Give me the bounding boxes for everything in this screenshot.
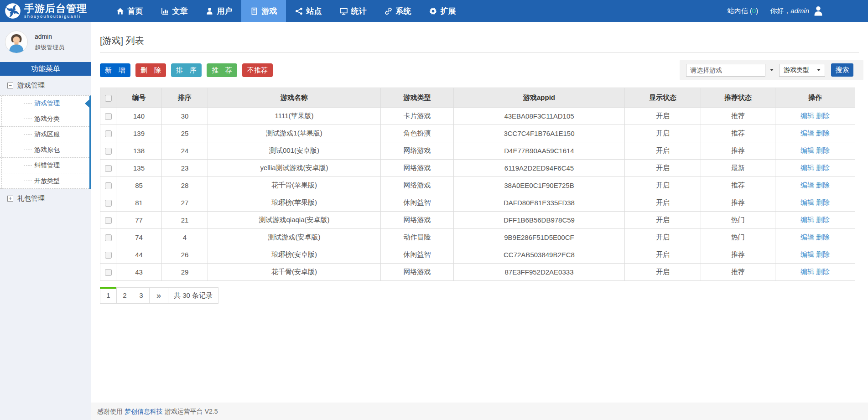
delete-link[interactable]: 删除 <box>816 146 830 154</box>
game-type-select[interactable]: 游戏类型 <box>779 64 825 77</box>
sidebar-item-游戏区服[interactable]: 游戏区服 <box>0 127 89 142</box>
delete-link[interactable]: 删除 <box>816 198 830 206</box>
title-divider <box>100 52 859 53</box>
next-page-button[interactable]: » <box>149 287 168 304</box>
nav-item-站点[interactable]: 站点 <box>286 0 331 22</box>
edit-link[interactable]: 编辑 <box>800 268 814 275</box>
sidebar-item-开放类型[interactable]: 开放类型 <box>0 173 89 189</box>
page-button-3[interactable]: 3 <box>133 287 150 304</box>
sidebar-submenu: 游戏管理游戏分类游戏区服游戏原包纠错管理开放类型 <box>0 95 91 189</box>
delete-link[interactable]: 删除 <box>816 112 830 119</box>
table-row-81: 8127琅琊榜(苹果版)休闲益智DAFD80E81E335FD38开启推荐编辑 … <box>100 194 855 212</box>
nav-item-游戏[interactable]: 游戏 <box>241 0 286 22</box>
table-row-138: 13824测试001(安卓版)网络游戏D4E77B90AA59C1614开启推荐… <box>100 142 855 160</box>
edit-link[interactable]: 编辑 <box>800 233 814 241</box>
sidebar-group-礼包管理[interactable]: +礼包管理 <box>0 189 91 208</box>
add-button[interactable]: 新 增 <box>100 63 130 77</box>
sidebar-item-游戏管理-active[interactable]: 游戏管理 <box>0 96 89 111</box>
cell-order: 27 <box>162 194 208 212</box>
table-row-43: 4329花千骨(安卓版)网络游戏87E3FF952D2AE0333开启推荐编辑 … <box>100 264 855 281</box>
search-button[interactable]: 搜索 <box>831 63 853 77</box>
edit-link[interactable]: 编辑 <box>800 216 814 223</box>
share-icon <box>295 7 303 15</box>
nav-item-系统[interactable]: 系统 <box>375 0 420 22</box>
delete-link[interactable]: 删除 <box>816 164 830 171</box>
sidebar-group-label: 游戏管理 <box>17 81 45 90</box>
nav-item-用户[interactable]: 用户 <box>197 0 241 22</box>
nav-item-统计[interactable]: 统计 <box>331 0 375 22</box>
row-checkbox[interactable] <box>105 252 112 259</box>
cell-recommend-status: 热门 <box>701 229 775 246</box>
edit-link[interactable]: 编辑 <box>800 112 814 119</box>
document-icon <box>250 7 258 15</box>
unrecommend-button[interactable]: 不推荐 <box>242 63 273 77</box>
cell-recommend-status: 推荐 <box>701 246 775 264</box>
footer-company-link[interactable]: 梦创信息科技 <box>125 408 163 415</box>
expand-icon[interactable]: + <box>7 196 13 202</box>
table-row-135: 13523yellia测试游戏(安卓版)网络游戏6119A2D2ED94F6C4… <box>100 160 855 177</box>
row-checkbox[interactable] <box>105 148 112 155</box>
edit-link[interactable]: 编辑 <box>800 164 814 171</box>
row-checkbox[interactable] <box>105 234 112 241</box>
table-row-139: 13925测试游戏1(苹果版)角色扮演3CC7C4F1B76A1E150开启推荐… <box>100 125 855 142</box>
user-greeting[interactable]: 你好，admin <box>770 7 809 16</box>
page-button-1-active[interactable]: 1 <box>100 287 117 304</box>
search-form: 请选择游戏 游戏类型 搜索 <box>680 60 863 80</box>
sidebar-item-纠错管理[interactable]: 纠错管理 <box>0 158 89 173</box>
cell-appid: DFF1B6B56DB978C59 <box>454 212 625 229</box>
games-table: 编号排序游戏名称游戏类型游戏appid显示状态推荐状态操作 140301111(… <box>100 88 855 281</box>
edit-link[interactable]: 编辑 <box>800 198 814 206</box>
row-checkbox[interactable] <box>105 113 112 120</box>
cell-id: 140 <box>116 108 162 125</box>
recommend-button[interactable]: 推 荐 <box>207 63 237 77</box>
select-all-checkbox[interactable] <box>105 95 112 102</box>
row-checkbox[interactable] <box>105 165 112 172</box>
nav-item-文章[interactable]: 文章 <box>152 0 197 22</box>
edit-link[interactable]: 编辑 <box>800 250 814 258</box>
row-checkbox[interactable] <box>105 182 112 189</box>
row-checkbox[interactable] <box>105 269 112 276</box>
cell-type: 动作冒险 <box>381 229 454 246</box>
delete-button[interactable]: 删 除 <box>135 63 166 77</box>
game-select-caret-icon[interactable] <box>770 69 774 71</box>
edit-link[interactable]: 编辑 <box>800 146 814 154</box>
delete-link[interactable]: 删除 <box>816 268 830 275</box>
app-subtitle: shouyouhoutaiguanli <box>24 14 87 19</box>
column-header-排序: 排序 <box>162 88 208 108</box>
cell-type: 网络游戏 <box>381 212 454 229</box>
edit-link[interactable]: 编辑 <box>800 129 814 137</box>
delete-link[interactable]: 删除 <box>816 250 830 258</box>
cell-id: 43 <box>116 264 162 281</box>
navbar: 手游后台管理 shouyouhoutaiguanli 首页文章用户游戏站点统计系… <box>0 0 868 22</box>
row-checkbox[interactable] <box>105 200 112 207</box>
row-checkbox[interactable] <box>105 217 112 224</box>
sidebar-item-游戏原包[interactable]: 游戏原包 <box>0 142 89 158</box>
cell-order: 25 <box>162 125 208 142</box>
delete-link[interactable]: 删除 <box>816 129 830 137</box>
cell-order: 30 <box>162 108 208 125</box>
nav-item-首页[interactable]: 首页 <box>107 0 152 22</box>
pagination: 123»共 30 条记录 <box>100 287 859 304</box>
collapse-icon[interactable]: − <box>7 83 13 88</box>
messages-link[interactable]: 站内信 (0) <box>728 7 759 16</box>
row-checkbox-cell <box>100 264 116 281</box>
sort-button[interactable]: 排 序 <box>171 63 202 77</box>
page-button-2[interactable]: 2 <box>116 287 133 304</box>
user-avatar-icon[interactable] <box>813 5 824 16</box>
game-select-input[interactable]: 请选择游戏 <box>686 64 765 77</box>
cell-id: 135 <box>116 160 162 177</box>
main-nav: 首页文章用户游戏站点统计系统扩展 <box>107 0 465 22</box>
edit-link[interactable]: 编辑 <box>800 181 814 189</box>
delete-link[interactable]: 删除 <box>816 233 830 241</box>
nav-item-扩展[interactable]: 扩展 <box>420 0 465 22</box>
sidebar-group-游戏管理[interactable]: −游戏管理 <box>0 76 91 95</box>
delete-link[interactable]: 删除 <box>816 181 830 189</box>
app-logo: 手游后台管理 shouyouhoutaiguanli <box>0 0 91 22</box>
row-checkbox[interactable] <box>105 130 112 137</box>
tree-dash-line <box>24 103 32 104</box>
delete-link[interactable]: 删除 <box>816 216 830 223</box>
select-all-header <box>100 88 116 108</box>
sidebar-item-游戏分类[interactable]: 游戏分类 <box>0 111 89 127</box>
sidebar: admin 超级管理员 功能菜单 −游戏管理游戏管理游戏分类游戏区服游戏原包纠错… <box>0 22 91 420</box>
tree-dash-line <box>24 119 32 119</box>
